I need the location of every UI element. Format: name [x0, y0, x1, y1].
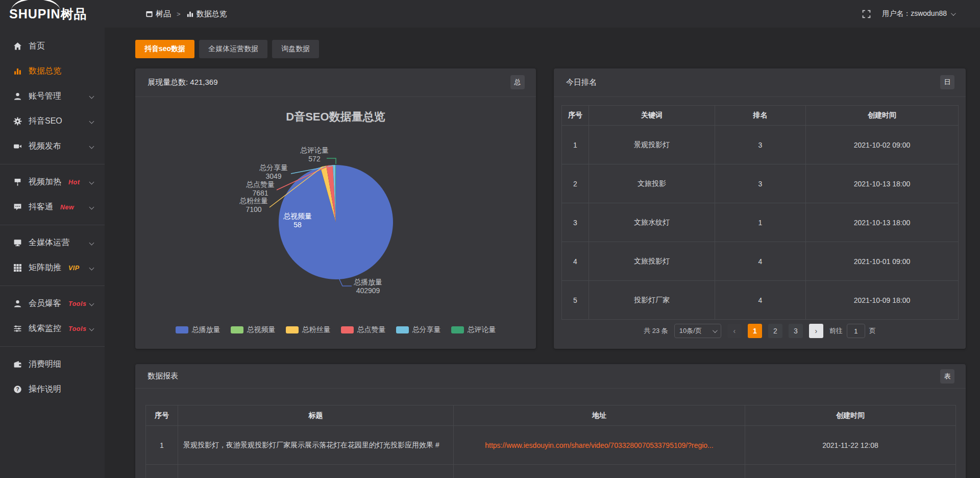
sidebar-item-member-booster[interactable]: 会员爆客 Tools [0, 291, 105, 316]
table-row[interactable]: 5 投影灯厂家 4 2021-10-09 18:00 [562, 281, 959, 320]
pie-label-likes: 总点赞量7681 [246, 180, 275, 198]
ranking-card-title: 今日排名 [566, 78, 597, 87]
legend-swatch [396, 326, 409, 333]
page-size-value: 10条/页 [679, 326, 702, 336]
table-row[interactable]: 1 景观投影灯，夜游景观投影灯厂家展示展示落花灯在花园里的灯光投影应用效果 # … [146, 426, 956, 465]
pie-chart[interactable] [135, 97, 536, 349]
sidebar-item-media-operation[interactable]: 全媒体运营 [0, 230, 105, 255]
monitor-icon [13, 238, 22, 247]
goto-page: 前往 页 [829, 324, 876, 338]
cell-rank: 1 [715, 203, 806, 242]
user-menu[interactable]: 用户名：zswodun88 [882, 9, 954, 18]
goto-page-input[interactable] [847, 324, 865, 338]
cell-index: 1 [146, 426, 178, 465]
table-row[interactable]: 1 景观投影灯 3 2021-10-02 09:00 [562, 126, 959, 164]
ranking-card-header: 今日排名 [554, 68, 966, 97]
sidebar-item-label: 操作说明 [29, 384, 61, 395]
tab-inquiry-data[interactable]: 询盘数据 [272, 40, 319, 58]
page-button-1[interactable]: 1 [748, 324, 762, 338]
sidebar-item-douyin-seo[interactable]: 抖音SEO [0, 109, 105, 134]
table-row[interactable]: 2 文旅投影 3 2021-10-13 18:00 [562, 164, 959, 203]
sidebar-item-home[interactable]: 首页 [0, 34, 105, 59]
chart-legend: 总播放量 总视频量 总粉丝量 总点赞量 总分享量 总评论量 [135, 325, 536, 334]
sidebar-item-label: 抖音SEO [29, 116, 62, 127]
home-icon [13, 42, 22, 51]
sidebar-item-label: 视频发布 [29, 141, 61, 152]
impressions-total: 展现量总数: 421,369 [148, 78, 218, 87]
sidebar-item-douketong[interactable]: 抖客通 New [0, 195, 105, 220]
tab-douyin-seo-data[interactable]: 抖音seo数据 [135, 40, 194, 58]
legend-item-likes[interactable]: 总点赞量 [341, 325, 386, 334]
legend-item-comments[interactable]: 总评论量 [451, 325, 496, 334]
table-row[interactable]: 3 文旅水纹灯 1 2021-10-13 18:00 [562, 203, 959, 242]
next-page-button[interactable]: › [809, 324, 823, 338]
username-label: 用户名：zswodun88 [882, 9, 947, 18]
chevron-down-icon [89, 119, 94, 124]
breadcrumb-current-label: 数据总览 [197, 9, 227, 19]
chevron-down-icon [89, 266, 94, 271]
legend-swatch [341, 326, 354, 333]
sidebar-item-label: 视频加热 [29, 177, 61, 187]
prev-page-button[interactable]: ‹ [727, 324, 742, 338]
chevron-down-icon [89, 144, 94, 149]
sidebar-item-label: 全媒体运营 [29, 237, 69, 248]
report-card-header: 数据报表 [135, 364, 966, 389]
ranking-card: 今日排名 日 序号 关键词 排名 创建时间 1 景观投影灯 [554, 68, 966, 349]
report-link[interactable]: https://www.iesdouyin.com/share/video/70… [485, 441, 714, 449]
bar-chart-icon [13, 67, 22, 76]
svg-text:?: ? [16, 387, 19, 392]
page-button-3[interactable]: 3 [789, 324, 803, 338]
sidebar-item-video-publish[interactable]: 视频发布 [0, 134, 105, 159]
logo: SHUPIN树品 [0, 6, 105, 22]
pie-label-video: 总视频量58 [283, 212, 312, 229]
sidebar-item-consumption[interactable]: 消费明细 [0, 352, 105, 377]
col-header-index: 序号 [146, 405, 178, 426]
cell-created: 2021-10-09 18:00 [806, 281, 959, 320]
sidebar-divider [0, 225, 105, 225]
pie-label-play: 总播放量402909 [354, 278, 382, 295]
vip-badge: VIP [68, 265, 80, 272]
pie-label-fans: 总粉丝量7100 [239, 197, 268, 214]
sidebar-item-data-overview[interactable]: 数据总览 [0, 59, 105, 84]
report-card: 数据报表 表 序号 标题 地址 创建时间 1 景观投影灯，夜游景观投影灯厂家 [135, 364, 966, 478]
page-button-2[interactable]: 2 [768, 324, 782, 338]
cell-keyword: 文旅投影 [589, 164, 715, 203]
table-row[interactable]: 4 文旅投影灯 4 2021-10-01 09:00 [562, 242, 959, 281]
sidebar-item-clue-monitor[interactable]: 线索监控 Tools [0, 316, 105, 341]
goto-unit: 页 [869, 326, 876, 336]
legend-item-play[interactable]: 总播放量 [176, 325, 220, 334]
total-toggle-button[interactable]: 总 [510, 75, 525, 89]
table-toggle-button[interactable]: 表 [940, 369, 954, 384]
col-header-url: 地址 [454, 405, 745, 426]
sidebar-item-video-heat[interactable]: 视频加热 Hot [0, 170, 105, 195]
sidebar-item-label: 矩阵助推 [29, 262, 61, 273]
user-icon [13, 92, 22, 101]
day-toggle-button[interactable]: 日 [940, 75, 954, 89]
cell-index: 4 [562, 242, 589, 281]
report-table: 序号 标题 地址 创建时间 1 景观投影灯，夜游景观投影灯厂家展示展示落花灯在花… [145, 405, 956, 478]
leader-line-play [339, 278, 352, 286]
legend-item-shares[interactable]: 总分享量 [396, 325, 441, 334]
cell-created: 2021-10-13 18:00 [806, 164, 959, 203]
legend-item-fans[interactable]: 总粉丝量 [286, 325, 331, 334]
col-header-keyword: 关键词 [589, 106, 715, 126]
chevron-down-icon [89, 205, 94, 210]
cell-created: 2021-11-22 12:08 [745, 426, 956, 465]
sidebar-item-help[interactable]: ? 操作说明 [0, 377, 105, 402]
sidebar-item-label: 账号管理 [29, 91, 61, 102]
legend-item-video[interactable]: 总视频量 [231, 325, 276, 334]
overview-card-header: 展现量总数: 421,369 [135, 68, 536, 97]
sidebar-divider [0, 164, 105, 164]
tab-media-operation-data[interactable]: 全媒体运营数据 [199, 40, 267, 58]
sidebar-item-account[interactable]: 账号管理 [0, 84, 105, 109]
bar-chart-icon [186, 10, 194, 18]
main-content: 抖音seo数据 全媒体运营数据 询盘数据 展现量总数: 421,369 总 D音… [105, 28, 980, 478]
chevron-down-icon [89, 326, 94, 331]
help-icon: ? [13, 385, 22, 394]
breadcrumb-root[interactable]: 树品 [145, 9, 171, 19]
sidebar-divider [0, 346, 105, 347]
page-size-select[interactable]: 10条/页 [674, 324, 721, 338]
fullscreen-icon[interactable] [862, 10, 871, 18]
sidebar-item-matrix-boost[interactable]: 矩阵助推 VIP [0, 255, 105, 280]
breadcrumb-current[interactable]: 数据总览 [186, 9, 227, 19]
